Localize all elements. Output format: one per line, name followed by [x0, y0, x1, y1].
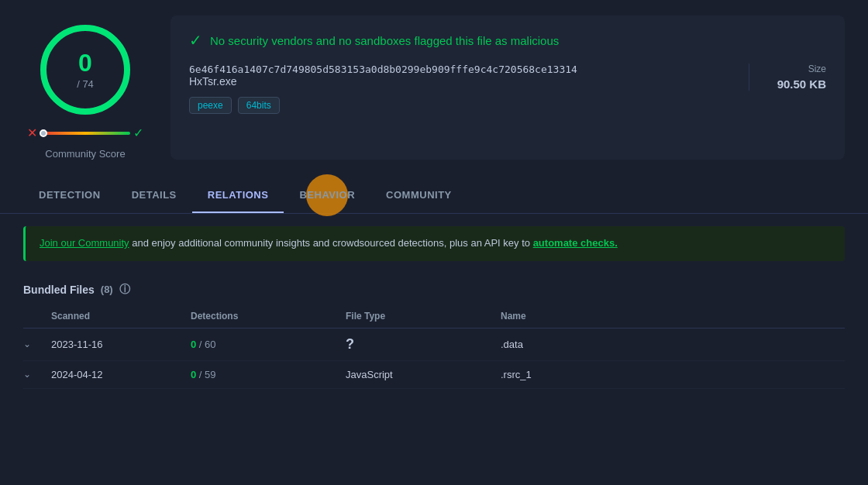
row-scanned-1: 2023-11-16 — [51, 339, 191, 350]
row-name-1: .data — [501, 339, 845, 350]
row-expand-icon-2[interactable]: ⌄ — [23, 369, 51, 380]
table-row: ⌄ 2024-04-12 0 / 59 JavaScript .rsrc_1 — [23, 361, 845, 389]
size-label: Size — [765, 64, 826, 74]
tab-details[interactable]: DETAILS — [116, 178, 192, 213]
score-denominator: / 74 — [77, 78, 94, 90]
row-detections-2: 0 / 59 — [191, 369, 346, 380]
size-value: 90.50 KB — [765, 77, 826, 91]
row-name-2: .rsrc_1 — [501, 369, 845, 380]
status-check-icon: ✓ — [189, 31, 202, 50]
community-banner: Join our Community and enjoy additional … — [23, 226, 845, 261]
score-container: 0 / 74 ✕ ✓ Community Score — [23, 15, 147, 160]
tab-behavior[interactable]: BEHAVIOR — [284, 178, 370, 213]
row-filetype-2: JavaScript — [346, 369, 501, 380]
community-score-label: Community Score — [45, 148, 125, 160]
score-text: 0 / 74 — [77, 50, 94, 90]
bundled-files-section: Bundled Files (8) ⓘ Scanned Detections F… — [23, 273, 845, 389]
tag-64bits[interactable]: 64bits — [238, 97, 280, 114]
row-detection-zero-1: 0 — [191, 339, 196, 350]
file-hash: 6e46f416a1407c7d749805d583153a0d8b0299eb… — [189, 64, 577, 75]
top-section: 0 / 74 ✕ ✓ Community Score ✓ No security… — [0, 0, 868, 175]
tab-detection[interactable]: DETECTION — [23, 178, 116, 213]
row-detection-total-2: / 59 — [199, 369, 216, 380]
filename: HxTsr.exe — [189, 75, 577, 88]
status-text: No security vendors and no sandboxes fla… — [210, 34, 559, 47]
x-icon[interactable]: ✕ — [27, 126, 37, 140]
hash-row: 6e46f416a1407c7d749805d583153a0d8b0299eb… — [189, 64, 826, 114]
slider-area: ✕ ✓ Community Score — [27, 126, 143, 160]
col-scanned: Scanned — [51, 311, 191, 322]
banner-middle-text: and enjoy additional community insights … — [129, 237, 533, 249]
join-community-link[interactable]: Join our Community — [40, 237, 129, 249]
slider-bar-container: ✕ ✓ — [27, 126, 143, 140]
table-header: Scanned Detections File type Name — [23, 304, 845, 328]
col-name: Name — [501, 311, 845, 322]
info-icon[interactable]: ⓘ — [119, 283, 130, 297]
tabs-container: DETECTION DETAILS RELATIONS BEHAVIOR COM… — [0, 178, 868, 214]
tag-peexe[interactable]: peexe — [189, 97, 232, 114]
status-row: ✓ No security vendors and no sandboxes f… — [189, 31, 826, 50]
bundled-files-header: Bundled Files (8) ⓘ — [23, 273, 845, 304]
table-row: ⌄ 2023-11-16 0 / 60 ? .data — [23, 328, 845, 361]
row-scanned-2: 2024-04-12 — [51, 369, 191, 380]
tags-row: peexe 64bits — [189, 97, 577, 114]
tab-relations[interactable]: RELATIONS — [192, 178, 284, 213]
score-value: 0 — [77, 50, 94, 75]
row-detections-1: 0 / 60 — [191, 339, 346, 350]
bundled-files-label: Bundled Files — [23, 284, 95, 296]
slider-bar — [40, 132, 130, 135]
bundled-files-count: (8) — [101, 284, 113, 295]
info-panel: ✓ No security vendors and no sandboxes f… — [170, 15, 845, 160]
row-detection-zero-2: 0 — [191, 369, 196, 380]
tab-behavior-label: BEHAVIOR — [299, 189, 355, 201]
automate-link[interactable]: automate checks. — [533, 237, 618, 249]
score-circle: 0 / 74 — [39, 23, 132, 116]
size-block: Size 90.50 KB — [749, 64, 826, 91]
slider-thumb — [40, 129, 47, 137]
tab-community[interactable]: COMMUNITY — [370, 178, 467, 213]
row-expand-icon-1[interactable]: ⌄ — [23, 339, 51, 349]
col-filetype: File type — [346, 311, 501, 322]
row-detection-total-1: / 60 — [199, 339, 216, 350]
col-detections: Detections — [191, 311, 346, 322]
check-icon: ✓ — [133, 126, 143, 140]
col-expand — [23, 311, 51, 322]
row-filetype-1: ? — [346, 336, 501, 353]
